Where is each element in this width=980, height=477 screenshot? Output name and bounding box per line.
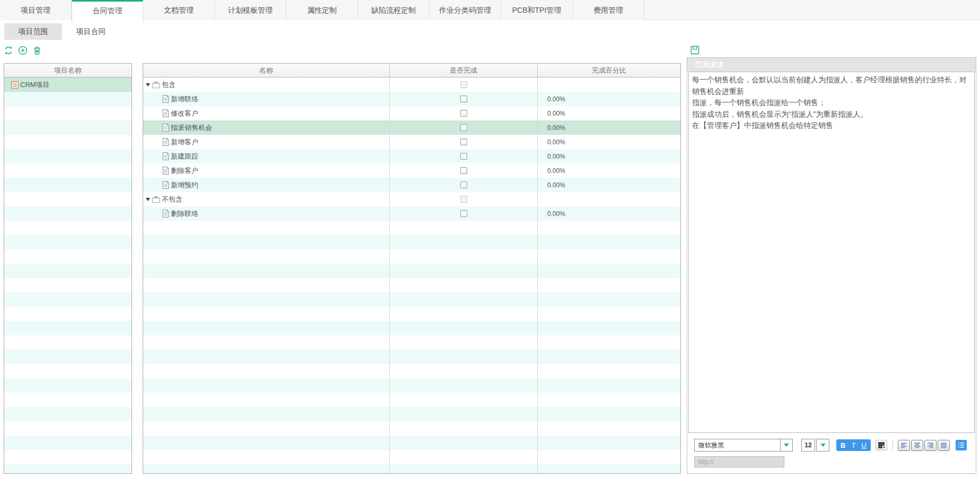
font-family-value: 微软雅黑 xyxy=(695,439,780,451)
empty-row xyxy=(143,221,680,235)
align-right-button[interactable] xyxy=(924,440,937,451)
empty-row xyxy=(143,292,680,307)
scope-row-label: 删除联络 xyxy=(171,209,198,219)
font-size-dropdown-button[interactable] xyxy=(816,439,829,452)
scope-row[interactable]: 指派销售机会0.00% xyxy=(143,120,680,135)
font-family-select[interactable]: 微软雅黑 xyxy=(694,439,793,452)
scope-row-name-cell: 不包含 xyxy=(143,192,390,206)
folder-icon xyxy=(152,196,160,203)
scope-row[interactable]: 删除客户0.00% xyxy=(143,163,680,178)
font-size-value[interactable]: 12 xyxy=(801,439,815,452)
scope-row[interactable]: 包含 xyxy=(143,77,680,92)
completed-checkbox[interactable] xyxy=(460,167,467,174)
scope-row-label: 删除客户 xyxy=(171,166,198,176)
scope-table: 名称 是否完成 完成百分比 包含 新增联络0.00% 修改客户0.00% 指派销… xyxy=(143,63,681,474)
scope-row[interactable]: 新增客户0.00% xyxy=(143,135,680,149)
unordered-list-button[interactable] xyxy=(956,440,967,450)
refresh-icon[interactable] xyxy=(4,46,13,55)
empty-row xyxy=(4,464,132,474)
scope-row-completed-cell xyxy=(390,178,538,192)
main-tab-1[interactable]: 合同管理 xyxy=(72,0,143,23)
scope-row-label: 不包含 xyxy=(162,195,182,204)
scope-description-panel: 范围描述 每一个销售机会，会默认以当前创建人为指派人，客户经理根据销售的行业特长… xyxy=(687,57,976,474)
scope-row-completed-cell xyxy=(390,120,538,135)
main-tab-4[interactable]: 属性定制 xyxy=(286,0,358,20)
align-left-button[interactable] xyxy=(898,440,910,451)
scope-row-percent-cell: 0.00% xyxy=(538,120,680,135)
doc-icon xyxy=(162,167,169,175)
underline-button[interactable]: U xyxy=(861,441,866,449)
empty-row xyxy=(143,436,680,450)
empty-row xyxy=(4,249,132,264)
scope-row[interactable]: 删除联络0.00% xyxy=(143,206,680,221)
tree-expand-icon[interactable] xyxy=(146,83,150,86)
completed-checkbox[interactable] xyxy=(460,124,467,131)
align-justify-button[interactable] xyxy=(938,440,950,451)
scope-row-label: 修改客户 xyxy=(171,109,198,118)
main-tab-0[interactable]: 项目管理 xyxy=(0,0,72,20)
scope-table-body: 包含 新增联络0.00% 修改客户0.00% 指派销售机会0.00% 新增客户0… xyxy=(143,77,680,474)
tree-expand-icon[interactable] xyxy=(146,198,150,201)
italic-button[interactable]: T xyxy=(851,441,855,449)
column-header-percent: 完成百分比 xyxy=(538,64,680,77)
scope-row-completed-cell xyxy=(390,149,538,163)
url-input[interactable] xyxy=(694,456,784,467)
empty-row xyxy=(4,350,132,364)
sub-tab-1[interactable]: 项目合同 xyxy=(62,23,120,40)
project-row-label: CRM项目 xyxy=(20,80,50,90)
scope-row[interactable]: 修改客户0.00% xyxy=(143,106,680,120)
unordered-list-icon xyxy=(958,442,965,448)
empty-row xyxy=(4,321,132,335)
scope-row-label: 指派销售机会 xyxy=(171,123,212,133)
column-header-completed: 是否完成 xyxy=(390,64,538,77)
scope-row-label: 新增客户 xyxy=(171,137,198,147)
empty-row xyxy=(4,335,132,350)
scope-row-name-cell: 修改客户 xyxy=(143,106,390,120)
empty-row xyxy=(4,421,132,436)
empty-row xyxy=(4,364,132,378)
scope-action-toolbar xyxy=(4,46,42,55)
empty-row xyxy=(4,149,132,163)
empty-row xyxy=(4,407,132,421)
scope-row[interactable]: 新增联络0.00% xyxy=(143,92,680,106)
main-tab-8[interactable]: 费用管理 xyxy=(573,0,644,20)
completed-checkbox[interactable] xyxy=(460,138,467,145)
main-tab-3[interactable]: 计划模板管理 xyxy=(215,0,286,20)
empty-row xyxy=(4,135,132,149)
main-tab-7[interactable]: PCB和TPI管理 xyxy=(501,0,573,20)
toolbar-divider xyxy=(892,440,893,450)
main-tab-5[interactable]: 缺陷流程定制 xyxy=(358,0,430,20)
description-panel-title: 范围描述 xyxy=(687,58,976,72)
doc-icon xyxy=(162,210,169,218)
completed-checkbox[interactable] xyxy=(460,181,467,188)
scope-table-header: 名称 是否完成 完成百分比 xyxy=(143,64,680,77)
sub-tab-0[interactable]: 项目范围 xyxy=(4,23,62,40)
main-tab-6[interactable]: 作业分类码管理 xyxy=(430,0,501,20)
empty-row xyxy=(4,292,132,307)
completed-checkbox[interactable] xyxy=(460,210,467,217)
bold-button[interactable]: B xyxy=(841,441,845,449)
main-tab-2[interactable]: 文档管理 xyxy=(143,0,215,20)
empty-row xyxy=(143,407,680,421)
delete-icon[interactable] xyxy=(32,46,42,55)
project-table: 项目名称 CRM项目 xyxy=(4,63,132,474)
add-icon xyxy=(18,46,28,55)
scope-row[interactable]: 新建跟踪0.00% xyxy=(143,149,680,163)
empty-row xyxy=(4,106,132,120)
scope-row[interactable]: 不包含 xyxy=(143,192,680,206)
align-right-icon xyxy=(927,443,934,448)
completed-checkbox[interactable] xyxy=(460,153,467,160)
completed-checkbox[interactable] xyxy=(460,96,467,102)
editor-toolbar: 微软雅黑 12 B T U xyxy=(694,439,967,452)
scope-row[interactable]: 新增预约0.00% xyxy=(143,178,680,192)
align-center-button[interactable] xyxy=(911,440,923,451)
description-line: 指派，每一个销售机会指派给一个销售； xyxy=(692,97,971,109)
font-family-dropdown-button[interactable] xyxy=(780,439,792,451)
font-color-button[interactable] xyxy=(876,440,887,450)
scope-description-text[interactable]: 每一个销售机会，会默认以当前创建人为指派人，客户经理根据销售的行业特长，对销售机… xyxy=(688,72,975,433)
add-icon[interactable] xyxy=(18,46,28,55)
project-row[interactable]: CRM项目 xyxy=(4,77,132,92)
completed-checkbox[interactable] xyxy=(460,110,467,117)
empty-row xyxy=(4,92,132,106)
save-icon[interactable] xyxy=(690,46,699,55)
